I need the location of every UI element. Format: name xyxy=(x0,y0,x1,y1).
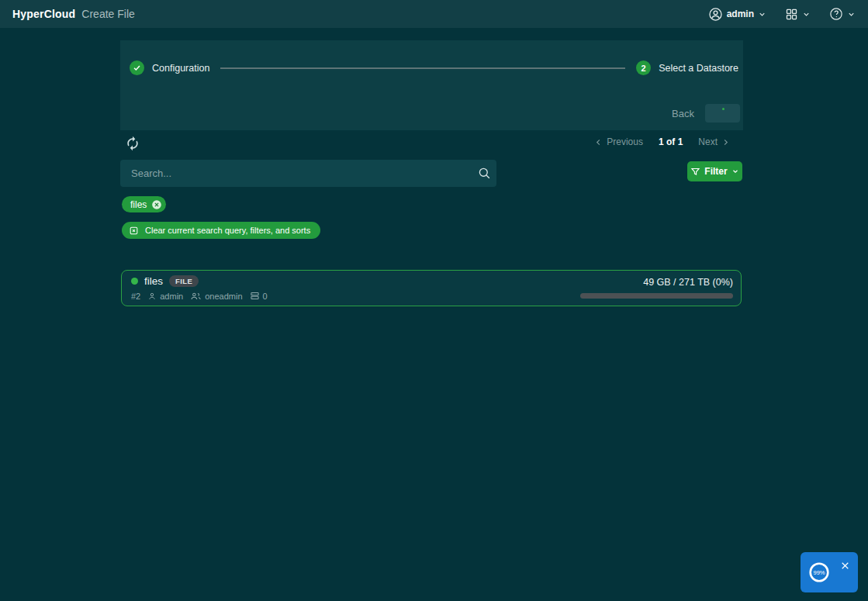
help-menu[interactable] xyxy=(829,7,856,21)
group-meta: oneadmin xyxy=(190,291,242,301)
datastore-id: #2 xyxy=(131,292,140,301)
apps-grid-icon xyxy=(785,8,798,21)
datastore-card[interactable]: files FILE #2 admin xyxy=(121,270,742,306)
previous-label: Previous xyxy=(607,136,643,147)
chip-delete-icon[interactable] xyxy=(151,199,162,210)
user-icon xyxy=(708,7,723,22)
funnel-icon xyxy=(690,167,700,177)
group-label: oneadmin xyxy=(205,292,242,301)
chevron-down-icon xyxy=(731,168,739,175)
filter-button-label: Filter xyxy=(704,166,727,177)
clear-box-icon xyxy=(129,226,139,236)
loading-spinner-icon xyxy=(722,108,724,110)
datastore-info: files FILE #2 admin xyxy=(131,275,268,301)
server-stack-icon xyxy=(250,291,260,301)
chevron-left-icon xyxy=(594,138,603,147)
chevron-down-icon xyxy=(847,10,856,19)
next-label: Next xyxy=(698,136,718,147)
capacity-progress-bar xyxy=(580,293,733,299)
progress-ring: 99% xyxy=(807,561,831,584)
datastore-name: files xyxy=(144,275,163,287)
create-file-page: HyperCloud Create File admin xyxy=(0,0,868,601)
refresh-button[interactable] xyxy=(125,135,142,152)
step-select-datastore[interactable]: 2 Select a Datastore xyxy=(636,60,738,75)
chevron-down-icon xyxy=(802,10,811,19)
upload-notification: 99% xyxy=(801,552,858,592)
filter-button[interactable]: Filter xyxy=(687,161,742,181)
previous-page-button[interactable]: Previous xyxy=(594,136,643,147)
user-menu-label: admin xyxy=(727,9,754,19)
pagination: Previous 1 of 1 Next xyxy=(594,136,730,147)
capacity-label: 49 GB / 271 TB (0%) xyxy=(643,277,733,288)
step-configuration[interactable]: Configuration xyxy=(130,60,209,75)
page-indicator: 1 of 1 xyxy=(659,136,683,147)
step-number-badge: 2 xyxy=(636,60,651,75)
step-label: Select a Datastore xyxy=(659,63,738,74)
page-title: Create File xyxy=(81,8,134,20)
step-completed-check-icon xyxy=(130,60,144,75)
next-button-loading[interactable] xyxy=(705,104,740,123)
back-button[interactable]: Back xyxy=(672,108,694,119)
topbar-actions: admin xyxy=(708,7,856,22)
status-dot xyxy=(131,278,138,285)
active-filter-chip[interactable]: files xyxy=(122,196,166,212)
chip-label: files xyxy=(130,199,147,210)
user-menu[interactable]: admin xyxy=(708,7,766,22)
search-input[interactable] xyxy=(120,160,496,187)
help-icon xyxy=(829,7,843,21)
owner-meta: admin xyxy=(147,292,183,301)
close-notification-button[interactable] xyxy=(840,559,852,572)
datastore-type-badge: FILE xyxy=(169,275,199,287)
stepper-connector xyxy=(220,67,625,69)
step-label: Configuration xyxy=(152,63,209,74)
wizard-panel: Configuration 2 Select a Datastore Back xyxy=(120,40,743,130)
datastore-capacity: 49 GB / 271 TB (0%) xyxy=(580,275,733,301)
wizard-actions: Back xyxy=(672,104,740,123)
apps-menu[interactable] xyxy=(785,8,811,21)
next-page-button[interactable]: Next xyxy=(698,136,730,147)
chevron-right-icon xyxy=(721,138,730,147)
clusters-meta: 0 xyxy=(250,291,268,301)
stepper: Configuration 2 Select a Datastore xyxy=(130,60,738,75)
clear-filters-label: Clear current search query, filters, and… xyxy=(145,226,310,235)
clusters-count: 0 xyxy=(263,292,268,301)
brand-logo: HyperCloud xyxy=(12,8,75,20)
person-icon xyxy=(147,292,157,301)
chevron-down-icon xyxy=(758,10,766,19)
topbar: HyperCloud Create File admin xyxy=(0,0,868,28)
owner-label: admin xyxy=(160,292,183,301)
progress-percent: 99% xyxy=(813,569,825,576)
clear-filters-button[interactable]: Clear current search query, filters, and… xyxy=(122,222,320,239)
group-icon xyxy=(190,291,202,301)
